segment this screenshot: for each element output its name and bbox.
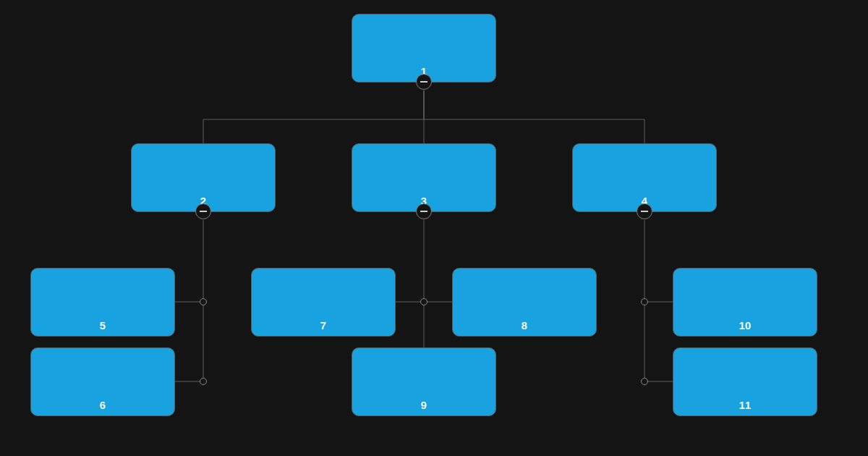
node-9[interactable]: 9 — [352, 347, 496, 416]
node-10[interactable]: 10 — [673, 268, 817, 337]
node-3[interactable]: 3 — [352, 143, 496, 212]
node-label: 8 — [522, 319, 527, 332]
minus-icon — [641, 211, 648, 212]
node-label: 9 — [421, 399, 427, 411]
node-4[interactable]: 4 — [572, 143, 717, 212]
node-11[interactable]: 11 — [673, 347, 817, 416]
node-8[interactable]: 8 — [452, 268, 597, 337]
node-1[interactable]: 1 — [352, 14, 496, 83]
node-7[interactable]: 7 — [251, 268, 396, 337]
collapse-toggle[interactable] — [416, 74, 432, 90]
node-label: 6 — [100, 399, 106, 411]
junction-dot — [200, 298, 207, 305]
node-label: 11 — [739, 399, 752, 411]
node-6[interactable]: 6 — [30, 347, 175, 416]
junction-dot — [200, 378, 207, 385]
minus-icon — [200, 211, 207, 212]
minus-icon — [420, 81, 427, 83]
minus-icon — [420, 211, 427, 212]
node-label: 5 — [100, 319, 106, 332]
node-2[interactable]: 2 — [131, 143, 276, 212]
node-label: 10 — [739, 319, 752, 332]
collapse-toggle[interactable] — [416, 203, 432, 219]
junction-dot — [641, 298, 648, 305]
node-label: 7 — [320, 319, 326, 332]
junction-dot — [420, 298, 427, 305]
node-5[interactable]: 5 — [30, 268, 175, 337]
collapse-toggle[interactable] — [637, 203, 652, 219]
junction-dot — [641, 378, 648, 385]
diagram-canvas: 1 2 3 4 5 6 7 8 9 10 11 — [0, 0, 868, 456]
collapse-toggle[interactable] — [195, 203, 211, 219]
